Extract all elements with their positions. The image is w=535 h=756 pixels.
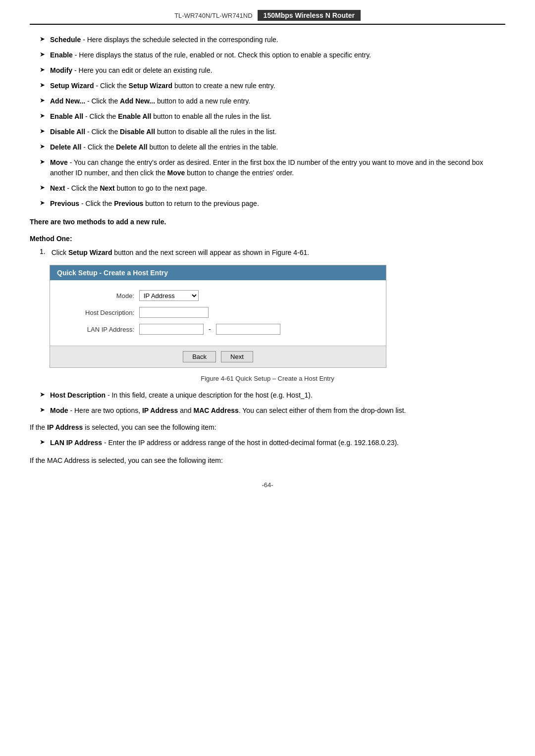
bullet-arrow-icon: ➤: [40, 97, 45, 104]
bullet-arrow-icon: ➤: [40, 50, 45, 58]
bullet-label: Enable All: [50, 112, 83, 120]
bullet-label: Setup Wizard: [50, 82, 94, 90]
lan-ip-control[interactable]: -: [139, 324, 280, 335]
bullet-label: Enable: [50, 51, 73, 59]
list-item: ➤ Disable All - Click the Disable All bu…: [30, 127, 505, 137]
after-figure-list: ➤ Host Description - In this field, crea…: [30, 390, 505, 416]
ip-range-separator: -: [207, 325, 213, 333]
bullet-label: Add New...: [50, 97, 85, 105]
bullet-label: LAN IP Address: [50, 439, 102, 447]
bullet-arrow-icon: ➤: [40, 438, 45, 446]
bullet-arrow-icon: ➤: [40, 406, 45, 413]
two-methods-heading: There are two methods to add a new rule.: [30, 218, 505, 226]
bullet-arrow-icon: ➤: [40, 199, 45, 206]
list-item: ➤ Enable All - Click the Enable All butt…: [30, 111, 505, 122]
host-description-label: Host Description:: [60, 309, 139, 316]
bullet-label: Previous: [50, 200, 79, 207]
mode-control[interactable]: IP Address MAC Address: [139, 290, 199, 301]
mode-row: Mode: IP Address MAC Address: [60, 290, 376, 301]
bullet-arrow-icon: ➤: [40, 112, 45, 119]
numbered-label: 1.: [40, 248, 46, 255]
lan-ip-end-input[interactable]: [216, 324, 280, 335]
bullet-arrow-icon: ➤: [40, 184, 45, 191]
bullet-label: Next: [50, 184, 65, 192]
bullet-arrow-icon: ➤: [40, 35, 45, 43]
mode-select[interactable]: IP Address MAC Address: [139, 290, 199, 301]
list-item: ➤ Next - Click the Next button to go to …: [30, 183, 505, 194]
figure-caption: Figure 4-61 Quick Setup – Create a Host …: [30, 375, 505, 382]
host-description-control[interactable]: [139, 307, 209, 318]
lan-ip-label: LAN IP Address:: [60, 326, 139, 333]
bullet-arrow-icon: ➤: [40, 158, 45, 165]
page-number: -64-: [30, 481, 505, 489]
back-button[interactable]: Back: [183, 351, 216, 362]
bullet-label: Disable All: [50, 128, 85, 136]
list-item: ➤ Add New... - Click the Add New... butt…: [30, 96, 505, 106]
lan-ip-row: LAN IP Address: -: [60, 324, 376, 335]
quick-setup-dialog: Quick Setup - Create a Host Entry Mode: …: [50, 265, 386, 368]
bullet-label: Delete All: [50, 143, 81, 151]
feature-list: ➤ Schedule - Here displays the schedule …: [30, 35, 505, 209]
bullet-arrow-icon: ➤: [40, 143, 45, 150]
list-item: ➤ Setup Wizard - Click the Setup Wizard …: [30, 81, 505, 91]
bullet-label: Modify: [50, 66, 72, 74]
list-item: ➤ Schedule - Here displays the schedule …: [30, 35, 505, 45]
bullet-arrow-icon: ➤: [40, 66, 45, 73]
list-item: ➤ Previous - Click the Previous button t…: [30, 199, 505, 209]
list-item: ➤ Mode - Here are two options, IP Addres…: [30, 405, 505, 416]
page-header: TL-WR740N/TL-WR741ND 150Mbps Wireless N …: [30, 10, 505, 25]
list-item: ➤ Delete All - Click the Delete All butt…: [30, 142, 505, 152]
quick-setup-body: Mode: IP Address MAC Address Host Descri…: [50, 280, 386, 346]
mac-address-note: If the MAC Address is selected, you can …: [30, 455, 505, 466]
model-text: TL-WR740N/TL-WR741ND: [174, 12, 252, 19]
bullet-arrow-icon: ➤: [40, 81, 45, 89]
bullet-arrow-icon: ➤: [40, 391, 45, 398]
list-item: ➤ Modify - Here you can edit or delete a…: [30, 65, 505, 76]
bullet-label: Mode: [50, 406, 68, 414]
method-one-heading: Method One:: [30, 235, 505, 243]
ip-address-note: If the IP Address is selected, you can s…: [30, 422, 505, 433]
lan-ip-list: ➤ LAN IP Address - Enter the IP address …: [30, 438, 505, 448]
lan-ip-start-input[interactable]: [139, 324, 204, 335]
mode-label: Mode:: [60, 292, 139, 300]
host-description-input[interactable]: [139, 307, 209, 318]
bullet-arrow-icon: ➤: [40, 127, 45, 135]
product-title: 150Mbps Wireless N Router: [258, 10, 361, 21]
bullet-label: Host Description: [50, 391, 106, 399]
quick-setup-header: Quick Setup - Create a Host Entry: [50, 265, 386, 280]
list-item: ➤ Host Description - In this field, crea…: [30, 390, 505, 401]
bullet-label: Schedule: [50, 36, 81, 44]
quick-setup-footer: Back Next: [50, 346, 386, 367]
host-description-row: Host Description:: [60, 307, 376, 318]
numbered-item-1: 1. Click Setup Wizard button and the nex…: [30, 248, 505, 258]
next-button[interactable]: Next: [221, 351, 253, 362]
list-item: ➤ LAN IP Address - Enter the IP address …: [30, 438, 505, 448]
list-item: ➤ Move - You can change the entry's orde…: [30, 157, 505, 178]
bullet-label: Move: [50, 158, 68, 166]
list-item: ➤ Enable - Here displays the status of t…: [30, 50, 505, 60]
